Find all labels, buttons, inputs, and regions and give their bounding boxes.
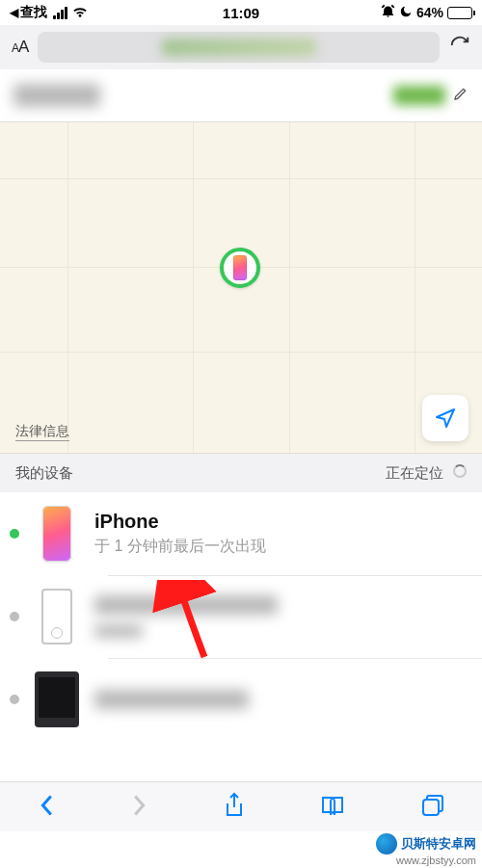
nav-forward-button bbox=[130, 794, 149, 821]
device-name-obscured bbox=[94, 595, 278, 615]
locating-label: 正在定位 bbox=[386, 464, 443, 481]
device-list: iPhone 于 1 分钟前最后一次出现 bbox=[0, 492, 482, 741]
watermark-url: www.zjbstyy.com bbox=[376, 855, 476, 866]
status-dot-online bbox=[10, 529, 19, 539]
map[interactable]: 法律信息 bbox=[0, 122, 482, 454]
status-bar-right: 64% bbox=[381, 4, 472, 21]
share-button[interactable] bbox=[223, 792, 246, 823]
device-row[interactable]: iPhone 于 1 分钟前最后一次出现 bbox=[0, 492, 482, 575]
ipad-thumbnail-icon bbox=[35, 671, 79, 727]
url-field[interactable] bbox=[38, 32, 440, 63]
battery-icon bbox=[447, 7, 472, 19]
browser-url-bar: AA bbox=[0, 25, 482, 69]
battery-pct: 64% bbox=[416, 5, 443, 20]
watermark: 贝斯特安卓网 www.zjbstyy.com bbox=[376, 833, 476, 866]
status-dot-offline bbox=[10, 695, 19, 704]
status-bar: ◀ 查找 11:09 64% bbox=[0, 0, 482, 25]
device-name: iPhone bbox=[94, 511, 469, 533]
header-badge-obscured bbox=[393, 86, 445, 105]
devices-section-header: 我的设备 正在定位 bbox=[0, 454, 482, 492]
iphone-thumbnail-icon bbox=[42, 506, 71, 562]
url-obscured bbox=[162, 39, 316, 56]
device-name-obscured bbox=[94, 690, 249, 709]
legal-info-link[interactable]: 法律信息 bbox=[15, 423, 69, 441]
locating-status: 正在定位 bbox=[386, 464, 467, 483]
iphone-icon bbox=[233, 255, 247, 280]
device-row[interactable] bbox=[0, 575, 482, 658]
text-size-button[interactable]: AA bbox=[12, 38, 28, 57]
svg-rect-0 bbox=[423, 800, 439, 815]
device-sub-obscured bbox=[94, 624, 143, 638]
bookmarks-button[interactable] bbox=[319, 794, 346, 821]
page-title-obscured bbox=[13, 84, 100, 107]
device-row[interactable] bbox=[0, 658, 482, 741]
nav-back-button[interactable] bbox=[37, 794, 56, 821]
edit-icon[interactable] bbox=[453, 86, 469, 106]
page-header bbox=[0, 69, 482, 121]
status-dot-offline bbox=[10, 612, 19, 621]
moon-icon bbox=[399, 5, 413, 21]
watermark-logo-icon bbox=[376, 833, 397, 855]
device-location-pin[interactable] bbox=[220, 248, 260, 288]
tabs-button[interactable] bbox=[420, 793, 445, 822]
device-thumbnail-icon bbox=[41, 589, 72, 644]
reload-button[interactable] bbox=[449, 35, 470, 60]
spinner-icon bbox=[453, 464, 467, 478]
watermark-brand: 贝斯特安卓网 bbox=[401, 835, 476, 853]
recenter-button[interactable] bbox=[422, 395, 469, 441]
device-last-seen: 于 1 分钟前最后一次出现 bbox=[94, 537, 469, 557]
alarm-icon bbox=[381, 4, 395, 21]
devices-section-title: 我的设备 bbox=[15, 464, 73, 483]
browser-toolbar bbox=[0, 781, 482, 831]
